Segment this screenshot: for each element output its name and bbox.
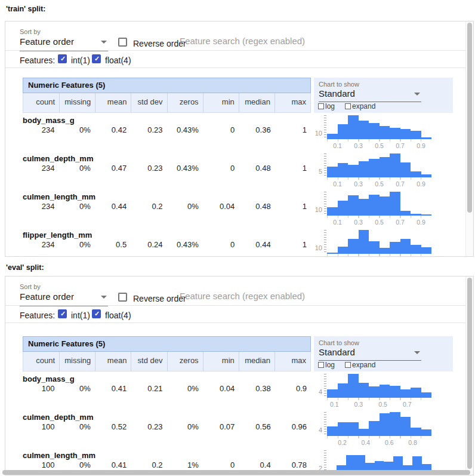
stat-missing: 0% [58,384,94,393]
column-header-mean: mean [95,352,131,371]
feature-type-checkbox-int[interactable] [58,54,67,63]
histogram-bar [338,124,348,139]
feature-search-input[interactable] [180,291,323,306]
reverse-order-label: Reverse order [133,39,186,48]
histogram-bar [390,242,400,254]
chart-to-show-label: Chart to show [319,339,359,346]
stat-mean: 0.47 [95,164,131,173]
feature-stats: 234 0% 0.5 0.24 0.43% 0 0.44 1 [23,240,311,249]
column-header-max: max [274,352,310,371]
expand-checkbox[interactable] [345,103,351,109]
stat-median: 0.4 [239,460,274,469]
histogram-bar [359,383,369,398]
stat-zeros: 1% [167,460,203,469]
horizontal-scrollbar[interactable] [2,470,470,475]
expand-checkbox[interactable] [345,362,351,368]
histogram-bar [400,129,411,139]
x-tick-label: 0.7 [396,142,405,149]
histogram-bar [390,128,400,139]
histogram-bar [380,196,390,216]
x-axis-labels [327,256,431,257]
stat-count: 234 [23,240,58,249]
stat-zeros: 0.43% [167,240,203,249]
chart-type-select[interactable]: Standard [319,347,421,361]
stat-min: 0 [203,125,239,134]
reverse-order-checkbox[interactable] [118,293,127,302]
histogram-bar [400,239,411,254]
histogram-bar [421,392,432,398]
stat-count: 234 [23,125,58,134]
histogram-bar [327,207,338,216]
stat-count: 100 [23,384,58,393]
x-tick-label: 0.7 [396,180,405,188]
histogram-bar [327,167,338,177]
histogram-bar [338,163,348,177]
x-tick-label: 0.8 [408,439,417,446]
histogram-bar [338,422,348,436]
histogram-bar [400,417,411,436]
feature-name: flipper_length_mm [23,231,92,239]
stat-max: 1 [275,164,311,173]
table-row: culmen_depth_mm 100 0% 0.52 0.23 0% 0.07… [5,412,465,450]
y-axis-label: 10 [313,192,324,216]
column-header-min: min [203,93,239,112]
x-axis-labels: 0.10.30.50.7 [327,400,431,407]
stat-min: 0 [203,240,239,249]
histogram-bars [327,115,431,139]
chart-type-select[interactable]: Standard [319,88,421,102]
stat-missing: 0% [58,240,94,249]
histogram-bar [369,123,380,139]
sort-by-select[interactable]: Feature order [20,291,108,306]
feature-stats: 234 0% 0.42 0.23 0.43% 0 0.36 1 [23,125,311,134]
divider [5,50,473,51]
y-axis-ticks [324,230,326,254]
y-axis-ticks [324,153,326,177]
histogram-bar [348,115,359,139]
chart-to-show-label: Chart to show [319,81,359,88]
stat-stddev: 0.2 [131,460,166,469]
histogram-bar [390,192,400,216]
stat-max: 1 [275,202,311,211]
histogram-bar [327,426,338,436]
log-label: log [325,102,335,110]
feature-type-checkbox-float[interactable] [92,309,101,318]
features-label: Features: [20,311,55,320]
log-label: log [325,361,335,369]
stat-median: 0.56 [239,422,274,431]
histogram-bars [327,374,431,398]
histogram-bar [327,253,338,254]
feature-type-checkbox-float[interactable] [92,54,101,63]
x-axis-labels: 0.20.40.60.8 [327,438,431,446]
stat-median: 0.38 [239,384,274,393]
x-axis-labels: 0.10.30.50.70.9 [327,218,431,225]
stat-min: 0.07 [203,422,239,431]
y-axis-ticks [324,115,326,139]
scrollbar-thumb[interactable] [467,23,472,213]
log-checkbox[interactable] [318,103,324,109]
x-tick-label: 0.2 [338,439,347,446]
x-axis-labels: 0.10.30.50.70.9 [327,142,431,149]
y-axis-label: 5 [313,153,324,177]
chevron-down-icon [101,296,107,299]
x-tick-label: 0.9 [417,219,425,226]
vertical-scrollbar[interactable] [465,277,473,475]
log-checkbox[interactable] [318,362,324,368]
feature-name: culmen_length_mm [23,192,95,201]
feature-type-label-int: int(1) [71,56,90,65]
x-tick-label: 0.5 [375,180,384,188]
table-row: body_mass_g 100 0% 0.41 0.21 0% 0.04 0.3… [5,374,465,412]
reverse-order-checkbox[interactable] [118,38,127,47]
stat-max: 1 [275,125,311,134]
eval-split-panel: Sort by Feature order Reverse order Feat… [5,276,474,475]
feature-type-checkbox-int[interactable] [58,309,67,318]
column-header-median: median [239,352,274,371]
scrollbar-thumb[interactable] [467,278,472,469]
histogram-bar [369,386,380,398]
feature-type-label-float: float(4) [105,311,131,320]
vertical-scrollbar[interactable] [465,22,473,256]
table-title: Numeric Features (5) [23,78,311,93]
feature-search-input[interactable] [180,36,323,51]
histogram-bars [327,153,431,177]
sort-by-select[interactable]: Feature order [20,36,108,51]
x-tick-label: 0.9 [417,180,425,188]
